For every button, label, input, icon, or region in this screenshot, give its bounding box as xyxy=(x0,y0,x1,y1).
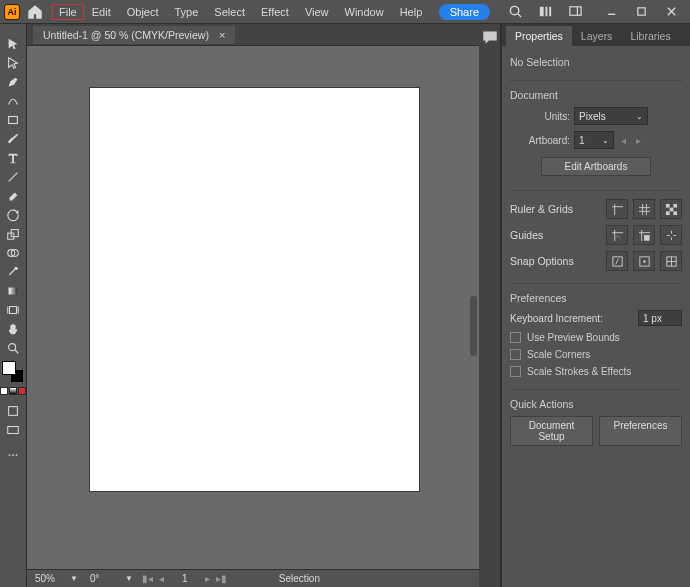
use-preview-bounds-checkbox[interactable] xyxy=(510,332,521,343)
shape-builder-tool-icon[interactable] xyxy=(2,243,24,262)
arrange-icon[interactable] xyxy=(533,0,557,24)
artboard-index[interactable]: 1 xyxy=(169,572,201,585)
svg-rect-18 xyxy=(10,306,17,313)
use-preview-bounds-label: Use Preview Bounds xyxy=(527,332,620,343)
share-button[interactable]: Share xyxy=(439,4,490,20)
svg-rect-23 xyxy=(9,406,18,415)
curvature-tool-icon[interactable] xyxy=(2,91,24,110)
nav-first-icon[interactable]: ▮◂ xyxy=(141,572,155,586)
minimize-icon[interactable] xyxy=(599,0,623,24)
quick-actions-head: Quick Actions xyxy=(510,398,682,410)
document-setup-button[interactable]: Document Setup xyxy=(510,416,593,446)
snap-pixel-icon[interactable] xyxy=(606,251,628,271)
artboard-tool-icon[interactable] xyxy=(2,300,24,319)
menu-effect[interactable]: Effect xyxy=(253,3,297,21)
eraser-tool-icon[interactable] xyxy=(2,186,24,205)
artboard-next-icon[interactable]: ▸ xyxy=(633,135,644,146)
rotate-tool-icon[interactable] xyxy=(2,205,24,224)
svg-rect-28 xyxy=(665,203,669,207)
line-tool-icon[interactable] xyxy=(2,167,24,186)
color-mode-swatches[interactable] xyxy=(0,387,26,395)
document-tab[interactable]: Untitled-1 @ 50 % (CMYK/Preview) × xyxy=(33,26,235,44)
tab-properties[interactable]: Properties xyxy=(506,26,572,46)
vertical-scrollbar[interactable] xyxy=(467,46,479,569)
edit-toolbar-icon[interactable] xyxy=(2,445,24,464)
guides-label: Guides xyxy=(510,229,602,241)
menu-type[interactable]: Type xyxy=(167,3,207,21)
rectangle-tool-icon[interactable] xyxy=(2,110,24,129)
svg-point-21 xyxy=(9,343,16,350)
menu-edit[interactable]: Edit xyxy=(84,3,119,21)
fill-stroke-icon[interactable] xyxy=(2,361,24,383)
keyboard-increment-input[interactable]: 1 px xyxy=(638,310,682,326)
nav-last-icon[interactable]: ▸▮ xyxy=(215,572,229,586)
draw-mode-icon[interactable] xyxy=(2,401,24,420)
selection-tool-icon[interactable] xyxy=(2,34,24,53)
artboard[interactable] xyxy=(90,88,419,491)
artboard-navigation: ▮◂ ◂ 1 ▸ ▸▮ xyxy=(141,572,229,586)
chevron-down-icon: ▼ xyxy=(125,574,133,583)
ruler-icon[interactable] xyxy=(606,199,628,219)
menu-select[interactable]: Select xyxy=(206,3,253,21)
close-icon[interactable] xyxy=(659,0,683,24)
menu-help[interactable]: Help xyxy=(392,3,431,21)
menu-object[interactable]: Object xyxy=(119,3,167,21)
svg-point-0 xyxy=(510,6,518,14)
properties-panel: Properties Layers Libraries No Selection… xyxy=(501,24,690,587)
units-dropdown[interactable]: Pixels⌄ xyxy=(574,107,648,125)
lock-guides-icon[interactable] xyxy=(633,225,655,245)
artboard-dropdown[interactable]: 1⌄ xyxy=(574,131,614,149)
scale-tool-icon[interactable] xyxy=(2,224,24,243)
artboard-prev-icon[interactable]: ◂ xyxy=(618,135,629,146)
svg-point-36 xyxy=(643,260,645,262)
tab-layers[interactable]: Layers xyxy=(572,26,622,46)
preferences-button[interactable]: Preferences xyxy=(599,416,682,446)
direct-selection-tool-icon[interactable] xyxy=(2,53,24,72)
zoom-dropdown[interactable]: 50% xyxy=(31,572,63,585)
chevron-down-icon: ⌄ xyxy=(636,112,643,121)
smart-guides-icon[interactable] xyxy=(660,225,682,245)
nav-next-icon[interactable]: ▸ xyxy=(201,572,215,586)
svg-rect-8 xyxy=(637,8,644,15)
tab-libraries[interactable]: Libraries xyxy=(621,26,679,46)
gradient-tool-icon[interactable] xyxy=(2,281,24,300)
svg-rect-17 xyxy=(9,287,18,294)
pen-tool-icon[interactable] xyxy=(2,72,24,91)
menu-bar: Ai File Edit Object Type Select Effect V… xyxy=(0,0,690,24)
status-mode: Selection xyxy=(279,573,320,584)
svg-rect-4 xyxy=(549,7,551,16)
home-icon[interactable] xyxy=(26,3,44,21)
scale-corners-checkbox[interactable] xyxy=(510,349,521,360)
maximize-icon[interactable] xyxy=(629,0,653,24)
edit-artboards-button[interactable]: Edit Artboards xyxy=(541,157,651,176)
menu-window[interactable]: Window xyxy=(337,3,392,21)
zoom-tool-icon[interactable] xyxy=(2,338,24,357)
menu-file[interactable]: File xyxy=(52,4,84,20)
snap-point-icon[interactable] xyxy=(633,251,655,271)
menu-view[interactable]: View xyxy=(297,3,337,21)
show-guides-icon[interactable] xyxy=(606,225,628,245)
canvas-area: Untitled-1 @ 50 % (CMYK/Preview) × 50%▼ … xyxy=(27,24,479,587)
document-section-head: Document xyxy=(510,89,682,101)
scale-strokes-checkbox[interactable] xyxy=(510,366,521,377)
svg-point-26 xyxy=(12,454,14,456)
grid-icon[interactable] xyxy=(633,199,655,219)
eyedropper-tool-icon[interactable] xyxy=(2,262,24,281)
document-tab-close-icon[interactable]: × xyxy=(219,29,225,41)
paintbrush-tool-icon[interactable] xyxy=(2,129,24,148)
nav-prev-icon[interactable]: ◂ xyxy=(155,572,169,586)
transparency-grid-icon[interactable] xyxy=(660,199,682,219)
hand-tool-icon[interactable] xyxy=(2,319,24,338)
svg-rect-2 xyxy=(539,7,543,16)
screen-mode-icon[interactable] xyxy=(2,420,24,439)
snap-grid-icon[interactable] xyxy=(660,251,682,271)
no-selection-label: No Selection xyxy=(510,56,682,68)
rotation-dropdown[interactable]: 0° xyxy=(86,572,118,585)
document-tab-bar: Untitled-1 @ 50 % (CMYK/Preview) × xyxy=(27,24,479,46)
svg-rect-33 xyxy=(644,235,649,240)
type-tool-icon[interactable] xyxy=(2,148,24,167)
comments-panel-icon[interactable] xyxy=(481,28,499,46)
search-icon[interactable] xyxy=(503,0,527,24)
canvas[interactable] xyxy=(27,46,479,569)
workspace-icon[interactable] xyxy=(563,0,587,24)
